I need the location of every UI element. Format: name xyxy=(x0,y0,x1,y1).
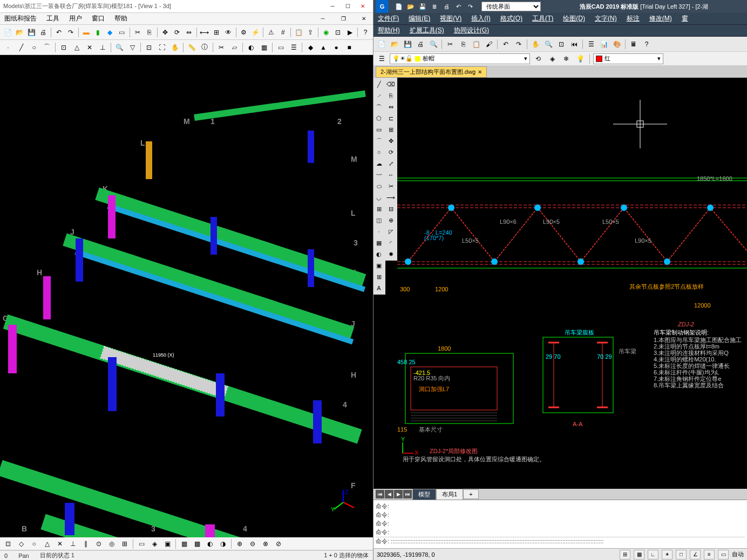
layer-off-icon[interactable]: 💡 xyxy=(574,53,586,65)
qat-redo-icon[interactable]: ↷ xyxy=(465,2,475,11)
w4-icon[interactable]: ⊘ xyxy=(273,538,284,550)
menu-draw[interactable]: 绘图(D) xyxy=(561,13,587,24)
mdi-minimize[interactable]: ─ xyxy=(316,14,330,24)
maximize-button[interactable]: ☐ xyxy=(341,2,355,11)
tab-first-icon[interactable]: ⏮ xyxy=(376,490,384,498)
color-combo[interactable]: 红 ▾ xyxy=(593,53,663,64)
chamfer-icon[interactable]: ◸ xyxy=(385,226,396,237)
qat-open-icon[interactable]: 📂 xyxy=(406,2,416,11)
erase-icon[interactable]: ⌫ xyxy=(385,79,396,90)
sel-1-icon[interactable]: ▭ xyxy=(135,538,147,550)
menu-user[interactable]: 用户 xyxy=(67,13,84,24)
mdi-restore[interactable]: ❐ xyxy=(336,14,350,24)
workspace-combo[interactable]: 传统界面 xyxy=(481,2,541,11)
close-button[interactable]: ✕ xyxy=(356,2,370,11)
v3-icon[interactable]: ◐ xyxy=(204,538,216,550)
plot-icon[interactable]: 🖨 xyxy=(415,38,426,50)
scale-icon[interactable]: ⤢ xyxy=(385,158,396,169)
menu-file[interactable]: 文件(F) xyxy=(376,13,401,24)
plot-icon[interactable]: 🖨 xyxy=(38,26,49,38)
trim-icon[interactable]: ✂ xyxy=(385,181,396,192)
block-icon[interactable]: ◫ xyxy=(373,215,384,226)
ortho-toggle[interactable]: ∟ xyxy=(648,550,658,559)
zoom-win-icon[interactable]: ⊡ xyxy=(555,38,567,50)
qat-saveas-icon[interactable]: 🗎 xyxy=(430,2,439,11)
wire-icon[interactable]: ▦ xyxy=(258,42,270,53)
menu-express[interactable]: 扩展工具(S) xyxy=(408,25,446,36)
layer-combo[interactable]: 💡 ☀ 🔓 桩帽 ▾ xyxy=(390,53,530,64)
zoom-win-icon[interactable]: ⊡ xyxy=(143,42,155,53)
minimize-button[interactable]: ─ xyxy=(325,2,339,11)
macro-icon[interactable]: ▶ xyxy=(344,26,355,38)
snap-7-icon[interactable]: ∥ xyxy=(80,538,92,550)
search-icon[interactable]: 🔍 xyxy=(113,42,125,53)
number-icon[interactable]: # xyxy=(277,26,288,38)
layer-mgr-icon[interactable]: ☰ xyxy=(376,53,388,65)
snap-toggle[interactable]: ⊞ xyxy=(620,550,630,559)
menu-edit[interactable]: 编辑(E) xyxy=(406,13,432,24)
clash-icon[interactable]: ⚠ xyxy=(266,26,276,38)
comp-icon[interactable]: ⊡ xyxy=(332,26,343,38)
new-icon[interactable]: 📄 xyxy=(2,26,13,38)
w2-icon[interactable]: ⊖ xyxy=(247,538,259,550)
ellipse-icon[interactable]: ⬭ xyxy=(373,181,384,192)
v4-icon[interactable]: ◑ xyxy=(217,538,229,550)
weld-icon[interactable]: ⚡ xyxy=(250,26,261,38)
new-icon[interactable]: 📄 xyxy=(376,38,388,50)
menu-window[interactable]: 窗口 xyxy=(90,13,107,24)
mtext-icon[interactable]: A xyxy=(373,283,384,293)
add-layout-tab[interactable]: + xyxy=(463,489,478,499)
xline-icon[interactable]: ⟋ xyxy=(373,90,384,101)
column[interactable] xyxy=(146,141,152,179)
array-icon[interactable]: ⊞ xyxy=(385,124,396,135)
column[interactable] xyxy=(313,400,322,443)
line-icon[interactable]: ╱ xyxy=(15,42,27,53)
tab-next-icon[interactable]: ▶ xyxy=(394,490,403,498)
point-icon[interactable]: · xyxy=(2,42,14,53)
menu-window[interactable]: 窗 xyxy=(680,13,690,24)
pline-icon[interactable]: ⏜ xyxy=(373,101,384,112)
dim-icon[interactable]: ⟷ xyxy=(199,26,210,38)
inquire-icon[interactable]: ⓘ xyxy=(199,42,210,53)
menu-help[interactable]: 帮助(H) xyxy=(376,25,402,36)
hatch-icon[interactable]: ▦ xyxy=(373,237,384,248)
explode-icon[interactable]: ✸ xyxy=(385,249,396,259)
ellarc-icon[interactable]: ◡ xyxy=(373,192,384,203)
file-tab[interactable]: 2-湖州三一上部结构平面布置图.dwg ✕ xyxy=(376,66,487,78)
extend-icon[interactable]: ⟶ xyxy=(385,192,396,203)
column-icon[interactable]: ▮ xyxy=(93,26,104,38)
snap-10-icon[interactable]: ⊞ xyxy=(119,538,131,550)
render-icon[interactable]: ◐ xyxy=(245,42,257,53)
pan-icon[interactable]: ✋ xyxy=(169,42,181,53)
workplane-icon[interactable]: ▱ xyxy=(228,42,240,53)
save-icon[interactable]: 💾 xyxy=(26,26,37,38)
grid-toggle[interactable]: ▦ xyxy=(634,550,644,559)
snap-9-icon[interactable]: ◎ xyxy=(106,538,118,550)
snap-5-icon[interactable]: ✕ xyxy=(54,538,66,550)
axis-gizmo[interactable]: ZY xyxy=(330,489,357,516)
menu-insert[interactable]: 插入(I) xyxy=(469,13,492,24)
column[interactable] xyxy=(108,195,116,238)
tp-icon[interactable]: 🎨 xyxy=(611,38,623,50)
spline-icon[interactable]: 〰 xyxy=(373,169,384,180)
menu-format[interactable]: 格式(O) xyxy=(498,13,525,24)
layer-frz-icon[interactable]: ❄ xyxy=(560,53,572,65)
polygon-icon[interactable]: ⬠ xyxy=(373,113,384,124)
zoom-prev-icon[interactable]: ⏮ xyxy=(568,38,580,50)
move-icon[interactable]: ✥ xyxy=(160,26,171,38)
menu-collab[interactable]: 协同设计(G) xyxy=(452,25,491,36)
sel-3-icon[interactable]: ▣ xyxy=(161,538,173,550)
snap-3-icon[interactable]: ○ xyxy=(28,538,40,550)
gradient-icon[interactable]: ◐ xyxy=(373,249,384,259)
filter-icon[interactable]: ▽ xyxy=(126,42,138,53)
menu-drawings[interactable]: 图纸和报告 xyxy=(2,13,39,24)
open-icon[interactable]: 📂 xyxy=(14,26,25,38)
rotate-icon[interactable]: ⟳ xyxy=(385,147,396,158)
snap-mid-icon[interactable]: △ xyxy=(71,42,83,53)
undo-icon[interactable]: ↶ xyxy=(53,26,64,38)
model-toggle[interactable]: ▭ xyxy=(718,550,729,559)
beam[interactable] xyxy=(107,203,365,292)
revcloud-icon[interactable]: ☁ xyxy=(373,158,384,169)
menu-tools[interactable]: 工具(T) xyxy=(530,13,555,24)
snap-2-icon[interactable]: ◇ xyxy=(15,538,27,550)
